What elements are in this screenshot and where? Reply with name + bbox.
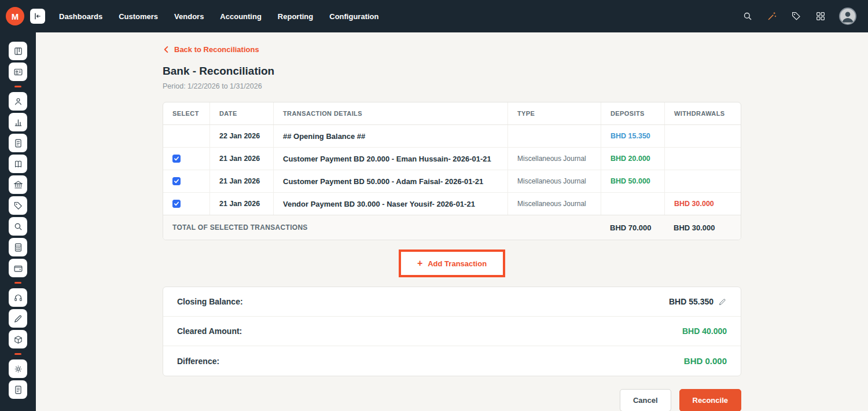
table-row: 21 Jan 2026 Customer Payment BD 50.000 -… <box>163 170 741 193</box>
collapse-arrow-icon <box>33 12 42 21</box>
support-headset-icon <box>13 293 23 303</box>
closing-balance-label: Closing Balance: <box>177 297 243 306</box>
table-row: 22 Jan 2026 ## Opening Balance ## BHD 15… <box>163 125 741 148</box>
date-cell: 21 Jan 2026 <box>209 170 273 192</box>
menu-dashboards[interactable]: Dashboards <box>59 12 102 21</box>
add-transaction-button[interactable]: + Add Transaction <box>401 252 503 275</box>
user-avatar[interactable] <box>839 8 856 25</box>
files-icon <box>13 385 23 395</box>
sidebar-item-ledger[interactable] <box>9 155 27 173</box>
add-transaction-label: Add Transaction <box>428 259 487 268</box>
sidebar-separator <box>14 282 21 284</box>
type-cell: Miscellaneous Journal <box>507 170 601 192</box>
bank-icon <box>13 180 23 190</box>
details-cell: Customer Payment BD 50.000 - Adam Faisal… <box>273 170 507 192</box>
type-cell: Miscellaneous Journal <box>507 193 601 215</box>
price-tag-icon <box>13 201 23 211</box>
page-title: Bank - Reconciliation <box>163 65 741 78</box>
sidebar-item-support[interactable] <box>9 288 27 307</box>
sidebar-item-reports[interactable] <box>9 113 27 131</box>
top-navbar: M Dashboards Customers Vendors Accountin… <box>0 0 868 32</box>
period-text: Period: 1/22/2026 to 1/31/2026 <box>163 82 741 90</box>
withdrawal-cell <box>664 170 741 192</box>
table-totals-row: TOTAL OF SELECTED TRANSACTIONS BHD 70.00… <box>163 215 741 240</box>
menu-reporting[interactable]: Reporting <box>278 12 313 21</box>
sidebar-item-documents[interactable] <box>9 134 27 152</box>
sidebar-separator <box>14 86 21 87</box>
difference-label: Difference: <box>177 357 219 366</box>
sidebar-item-notes[interactable] <box>9 309 27 328</box>
table-row: 21 Jan 2026 Customer Payment BD 20.000 -… <box>163 148 741 170</box>
transactions-table: SELECT DATE TRANSACTION DETAILS TYPE DEP… <box>163 102 741 240</box>
sidebar-item-contacts[interactable] <box>9 63 27 81</box>
customers-icon <box>13 97 23 107</box>
highlight-box: + Add Transaction <box>399 249 505 277</box>
audit-search-icon <box>13 222 23 232</box>
sidebar-item-pricing[interactable] <box>9 196 27 215</box>
deposit-cell <box>601 193 664 215</box>
sidebar-item-inventory[interactable] <box>9 330 27 348</box>
menu-customers[interactable]: Customers <box>119 12 158 21</box>
header-type: TYPE <box>507 102 601 124</box>
left-sidebar <box>0 32 36 411</box>
ledger-book-icon <box>13 159 23 169</box>
sidebar-item-audit[interactable] <box>9 217 27 236</box>
sidebar-separator <box>14 353 21 355</box>
edit-pencil-icon[interactable] <box>718 298 727 306</box>
sidebar-item-wallet[interactable] <box>9 259 27 277</box>
sidebar-item-files[interactable] <box>9 380 27 399</box>
sidebar-item-calculator[interactable] <box>9 238 27 256</box>
row-checkbox[interactable] <box>172 155 181 163</box>
wallet-icon <box>13 263 23 273</box>
settings-gear-icon <box>13 364 23 374</box>
sidebar-item-customers[interactable] <box>9 92 27 111</box>
difference-value: BHD 0.000 <box>684 356 727 366</box>
reports-chart-icon <box>13 118 23 127</box>
dashboard-icon <box>13 46 23 56</box>
menu-configuration[interactable]: Configuration <box>329 12 378 21</box>
closing-balance-value: BHD 55.350 <box>669 297 713 306</box>
cleared-amount-label: Cleared Amount: <box>177 326 242 336</box>
type-cell <box>507 125 601 147</box>
header-deposits: DEPOSITS <box>601 102 664 124</box>
reconcile-button[interactable]: Reconcile <box>679 389 741 411</box>
sidebar-item-bank[interactable] <box>9 175 27 194</box>
chevron-left-icon <box>163 46 170 53</box>
main-menu: Dashboards Customers Vendors Accounting … <box>59 12 378 21</box>
search-icon[interactable] <box>742 10 753 22</box>
deposit-amount: BHD 20.000 <box>610 155 650 163</box>
reconciliation-summary: Closing Balance: BHD 55.350 Cleared Amou… <box>163 287 741 376</box>
sidebar-collapse-button[interactable] <box>30 9 45 24</box>
app-logo[interactable]: M <box>6 7 24 25</box>
row-checkbox[interactable] <box>172 200 181 208</box>
menu-vendors[interactable]: Vendors <box>174 12 204 21</box>
date-cell: 21 Jan 2026 <box>209 148 273 170</box>
plus-icon: + <box>417 259 422 268</box>
withdrawal-cell <box>664 148 741 170</box>
cleared-amount-value: BHD 40.000 <box>682 326 727 336</box>
tag-icon[interactable] <box>790 10 802 22</box>
type-cell: Miscellaneous Journal <box>507 148 601 170</box>
header-withdrawals: WITHDRAWALS <box>664 102 741 124</box>
deposits-total: BHD 70.000 <box>601 215 664 240</box>
withdrawal-cell <box>664 125 741 147</box>
withdrawals-total: BHD 30.000 <box>664 215 741 240</box>
select-cell <box>163 125 209 147</box>
difference-row: Difference: BHD 0.000 <box>163 346 741 376</box>
withdrawal-amount: BHD 30.000 <box>674 200 714 208</box>
main-content: Back to Reconciliations Bank - Reconcili… <box>36 32 868 411</box>
menu-accounting[interactable]: Accounting <box>220 12 262 21</box>
deposit-amount: BHD 15.350 <box>610 132 650 140</box>
inventory-box-icon <box>13 335 23 344</box>
header-date: DATE <box>209 102 273 124</box>
apps-grid-icon[interactable] <box>815 10 826 22</box>
details-cell: Vendor Payment BD 30.000 - Naser Yousif-… <box>273 193 507 215</box>
deposit-amount: BHD 50.000 <box>610 177 650 185</box>
sidebar-item-dashboard[interactable] <box>9 42 27 60</box>
back-link-label: Back to Reconciliations <box>174 45 259 54</box>
row-checkbox[interactable] <box>172 177 181 185</box>
cancel-button[interactable]: Cancel <box>620 389 671 411</box>
back-to-reconciliations-link[interactable]: Back to Reconciliations <box>163 45 259 54</box>
sidebar-item-settings[interactable] <box>9 359 27 378</box>
magic-wand-icon[interactable] <box>766 10 778 22</box>
